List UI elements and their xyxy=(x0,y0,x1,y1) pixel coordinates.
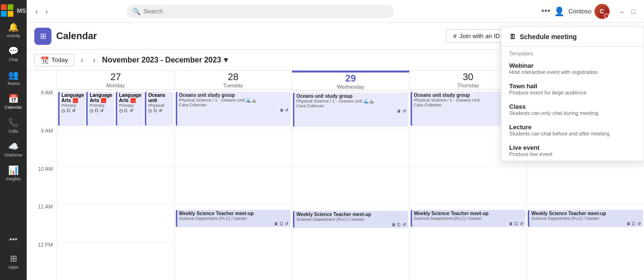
list-item[interactable]: Oceans unit study group Physical Science… xyxy=(176,92,291,126)
dropdown-item-title: Class xyxy=(509,103,636,110)
event-sub: Primary xyxy=(90,103,112,108)
dropdown-item-lecture[interactable]: Lecture Students can chat before and aft… xyxy=(502,120,644,140)
nav-forward-button[interactable]: › xyxy=(42,5,50,18)
list-item[interactable]: Oceans unit Physical ◷ 🗋 ↺ xyxy=(145,92,173,126)
sidebar-item-calendar[interactable]: 📅 Calendar xyxy=(2,91,25,113)
sidebar-label-teams: Teams xyxy=(7,81,20,86)
sidebar-label-apps: Apps xyxy=(9,265,19,270)
dropdown-item-desc: Students can chat before and after meeti… xyxy=(509,131,636,136)
sidebar-item-calls[interactable]: 📞 Calls xyxy=(2,114,25,136)
sidebar-item-activity[interactable]: 🔔 Activity xyxy=(2,19,25,41)
topbar-nav: ‹ › xyxy=(32,5,51,18)
event-sub: Primary xyxy=(119,103,142,108)
calendar-box-icon: ⊞ xyxy=(40,31,46,41)
list-item[interactable]: Language Arts 🟥 Primary ◷ 🗋 ↺ xyxy=(116,92,144,126)
dropdown-item-liveevent[interactable]: Live event Produce live event xyxy=(502,140,644,161)
dropdown-item-desc: Produce event for large audience xyxy=(509,90,636,95)
dropdown-item-title: Town hall xyxy=(509,83,636,90)
event-title: Oceans unit study group xyxy=(296,93,406,99)
calendar-app-icon: ⊞ xyxy=(34,28,51,45)
date-range[interactable]: November 2023 - December 2023 ▾ xyxy=(102,55,228,64)
teams-icon: 👥 xyxy=(8,70,19,80)
onedrive-icon: ☁️ xyxy=(8,141,19,152)
time-slot-8am: 8 AM xyxy=(27,90,57,128)
calendar-title-area: ⊞ Calendar xyxy=(34,28,97,45)
calendar-icon: 📅 xyxy=(8,93,19,104)
list-item[interactable]: Weekly Science Teacher meet-up Science D… xyxy=(293,211,408,228)
hour-line xyxy=(410,166,527,166)
insights-icon: 📊 xyxy=(8,165,19,176)
event-sub: Primary xyxy=(61,103,83,108)
join-with-id-button[interactable]: # Join with an ID xyxy=(446,29,507,43)
app-logo-area: MS xyxy=(0,4,30,17)
sidebar-item-more[interactable]: ••• xyxy=(2,232,25,247)
sidebar-item-chat[interactable]: 💬 Chat xyxy=(2,43,25,65)
day-events-wednesday: Oceans unit study group Physical Science… xyxy=(292,91,409,280)
dropdown-item-townhall[interactable]: Town hall Produce event for large audien… xyxy=(502,79,644,99)
hour-line xyxy=(175,128,292,128)
sidebar-item-insights[interactable]: 📊 Insights xyxy=(2,162,25,184)
day-number-tuesday: 28 xyxy=(228,72,238,83)
event-sub: Physical Science / 1 - Oceans Unit 🌊⛰️ xyxy=(296,99,406,104)
avatar: C xyxy=(594,4,610,19)
list-item[interactable]: Weekly Science Teacher meet-up Science D… xyxy=(528,210,643,227)
hour-line xyxy=(175,166,292,166)
join-btn-label: Join with an ID xyxy=(459,32,500,40)
dropdown-item-desc: Host interactive event with registration xyxy=(509,69,636,75)
event-sub: Physical Science / 1 - Oceans Unit 🌊⛰️ xyxy=(179,98,289,103)
event-title: Language Arts 🟥 xyxy=(119,93,142,103)
list-item[interactable]: Language Arts 🟥 Primary ◷ 🗋 ↺ xyxy=(86,92,114,126)
hour-line xyxy=(292,205,409,206)
maximize-button[interactable]: □ xyxy=(629,7,638,16)
calendar-back-button[interactable]: ‹ xyxy=(78,54,86,66)
list-item[interactable]: Language Arts 🟥 Primary ◷ 🗋 ↺ xyxy=(58,92,85,126)
time-slot-12pm: 12 PM xyxy=(27,242,57,280)
topbar: ‹ › 🔍 ••• 👤 Contoso C – □ xyxy=(27,0,644,23)
event-title: Oceans unit xyxy=(148,93,171,103)
time-column: 8 AM 9 AM 10 AM 11 AM 12 PM xyxy=(27,71,57,280)
sidebar-item-teams[interactable]: 👥 Teams xyxy=(2,67,25,89)
dropdown-item-webinar[interactable]: Webinar Host interactive event with regi… xyxy=(502,58,644,79)
topbar-right: ••• 👤 Contoso C – □ xyxy=(541,4,638,19)
schedule-icon: 🗓 xyxy=(509,33,516,41)
event-icons: 🖥 ↺ xyxy=(296,109,406,114)
sidebar: MS 🔔 Activity 💬 Chat 👥 Teams 📅 Calendar … xyxy=(0,0,27,280)
day-name-monday: Monday xyxy=(106,83,125,88)
time-slot-9am: 9 AM xyxy=(27,128,57,166)
event-title: Language Arts 🟥 xyxy=(61,93,83,103)
today-button[interactable]: 📆 Today xyxy=(34,54,74,66)
hour-line xyxy=(175,90,292,90)
hour-line xyxy=(527,166,644,166)
user-area[interactable]: Contoso C xyxy=(568,4,609,19)
sidebar-item-onedrive[interactable]: ☁️ OneDrive xyxy=(2,138,25,160)
dropdown-item-class[interactable]: Class Students can only chat during meet… xyxy=(502,99,644,120)
event-title: Oceans unit study group xyxy=(179,93,289,98)
minimize-button[interactable]: – xyxy=(617,7,627,16)
nav-back-button[interactable]: ‹ xyxy=(32,5,40,18)
calendar-forward-button[interactable]: › xyxy=(90,54,98,66)
list-item[interactable]: Weekly Science Teacher meet-up Science D… xyxy=(176,210,291,227)
list-item[interactable]: Oceans unit study group Physical Science… xyxy=(293,93,408,127)
event-icons: 🖥 🗋 ↺ xyxy=(531,221,641,226)
day-name-thursday: Thursday xyxy=(457,83,479,88)
calls-icon: 📞 xyxy=(8,117,19,128)
chat-icon: 💬 xyxy=(8,46,19,56)
list-item[interactable]: Weekly Science Teacher meet-up Science D… xyxy=(411,210,526,227)
hour-line xyxy=(292,91,409,91)
day-header-wednesday: 29 Wednesday xyxy=(292,72,409,91)
avatar-status-badge xyxy=(604,13,609,18)
event-title: Weekly Science Teacher meet-up xyxy=(179,211,289,216)
more-options-icon[interactable]: ••• xyxy=(541,6,550,16)
hour-line xyxy=(57,242,174,243)
sidebar-item-apps[interactable]: ⊞ Apps xyxy=(2,250,25,272)
hour-line xyxy=(292,129,409,129)
hour-line xyxy=(57,90,174,90)
event-author: Cara Coleman xyxy=(179,103,289,107)
hour-line xyxy=(57,128,174,128)
sidebar-label-onedrive: OneDrive xyxy=(4,153,22,157)
day-header-tuesday: 28 Tuesday xyxy=(175,71,292,90)
search-input[interactable] xyxy=(143,8,388,15)
sidebar-label-calendar: Calendar xyxy=(5,105,22,110)
main-content: ‹ › 🔍 ••• 👤 Contoso C – □ xyxy=(27,0,644,280)
day-number-monday: 27 xyxy=(111,72,121,83)
